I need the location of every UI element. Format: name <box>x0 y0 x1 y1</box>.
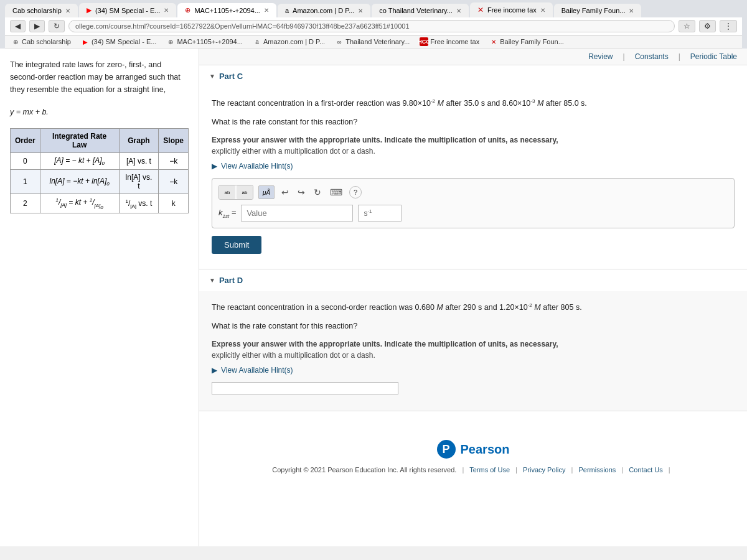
slope-1: −k <box>159 170 189 194</box>
part-d-sub-question: What is the rate constant for this react… <box>212 320 735 332</box>
intro-text: The integrated rate laws for zero-, firs… <box>10 58 189 96</box>
col-header-law: Integrated Rate Law <box>40 129 119 153</box>
tab-mac[interactable]: ⊕ MAC+1105+-+2094... ✕ <box>177 3 276 17</box>
bookmark-amazon[interactable]: a Amazon.com | D P... <box>250 37 327 47</box>
youtube-icon: ▶ <box>87 6 92 14</box>
hint-text: View Available Hint(s) <box>221 366 293 375</box>
tab-close[interactable]: ✕ <box>629 7 634 14</box>
part-c-header[interactable]: ▼ Part C <box>199 65 747 87</box>
right-panel: Review | Constants | Periodic Table ▼ Pa… <box>199 49 747 546</box>
k-input-row: k1st = s-1 <box>218 205 728 222</box>
tab-close[interactable]: ✕ <box>540 7 545 14</box>
back-button[interactable]: ◀ <box>10 20 26 32</box>
table-row: 0 [A] = − kt + [A]0 [A] vs. t −k <box>11 153 189 170</box>
browser-chrome: Cab scholarship ✕ ▶ (34) SM Special - E.… <box>0 0 747 49</box>
permissions-link[interactable]: Permissions <box>578 466 616 474</box>
contact-link[interactable]: Contact Us <box>629 466 662 474</box>
order-0: 0 <box>11 153 40 170</box>
k-value-input[interactable] <box>241 205 353 222</box>
table-row: 2 1/[A] = kt + 1/[A]0 1/[A] vs. t k <box>11 194 189 213</box>
part-c-section: ▼ Part C The reactant concentration in a… <box>199 65 747 269</box>
part-c-label: Part C <box>219 72 243 81</box>
tab-sm-special[interactable]: ▶ (34) SM Special - E... ✕ <box>79 3 177 17</box>
part-c-instruction: Express your answer with the appropriate… <box>212 134 735 157</box>
tab-close[interactable]: ✕ <box>264 7 269 14</box>
bookmark-mac[interactable]: ⊕ MAC+1105+-+2094... <box>164 37 245 47</box>
tab-close[interactable]: ✕ <box>358 7 363 14</box>
graph-0: [A] vs. t <box>119 153 159 170</box>
tab-cab-scholarship[interactable]: Cab scholarship ✕ <box>5 4 78 17</box>
privacy-link[interactable]: Privacy Policy <box>523 466 565 474</box>
bookmark-thailand[interactable]: ∞ Thailand Veterinary... <box>332 37 412 47</box>
table-row: 1 ln[A] = −kt + ln[A]0 ln[A] vs. t −k <box>11 170 189 194</box>
chevron-down-icon: ▼ <box>209 73 215 80</box>
toolbar-row: ab ab μÅ ↩ ↪ ↻ ⌨ ? <box>218 185 728 200</box>
part-d-header[interactable]: ▼ Part D <box>199 269 747 291</box>
bookmark-cab-scholarship[interactable]: ⊕ Cab scholarship <box>9 37 73 47</box>
answer-area: ab ab μÅ ↩ ↪ ↻ ⌨ ? k1st = s-1 <box>212 178 735 228</box>
bookmark-button[interactable]: ☆ <box>679 20 695 32</box>
bookmark-free-income[interactable]: HCG Free income tax <box>417 37 482 47</box>
toolbar-icon-group: ab ab <box>218 185 253 200</box>
part-d-instruction: Express your answer with the appropriate… <box>212 338 735 361</box>
undo-button[interactable]: ↩ <box>280 187 291 197</box>
tab-close[interactable]: ✕ <box>65 7 70 14</box>
forward-button[interactable]: ▶ <box>29 20 45 32</box>
tab-icon: a <box>285 7 289 14</box>
col-header-graph: Graph <box>119 129 159 153</box>
tab-close[interactable]: ✕ <box>164 7 169 14</box>
address-bar[interactable] <box>68 20 675 32</box>
extensions-button[interactable]: ⚙ <box>699 20 716 32</box>
tab-thailand[interactable]: co Thailand Veterinary... ✕ <box>372 4 469 17</box>
part-c-hint-link[interactable]: ▶ View Available Hint(s) <box>212 162 735 170</box>
graph-1: ln[A] vs. t <box>119 170 159 194</box>
part-c-content: The reactant concentration in a first-or… <box>199 87 747 269</box>
k-label: k1st = <box>218 208 236 219</box>
tab-label: MAC+1105+-+2094... <box>194 7 260 14</box>
terms-link[interactable]: Terms of Use <box>469 466 510 474</box>
graph-2: 1/[A] vs. t <box>119 194 159 213</box>
col-header-slope: Slope <box>159 129 189 153</box>
help-button[interactable]: ? <box>349 186 362 198</box>
tab-label: co Thailand Veterinary... <box>379 7 453 14</box>
slope-2: k <box>159 194 189 213</box>
integrated-rate-law-table: Order Integrated Rate Law Graph Slope 0 … <box>10 128 189 213</box>
part-c-question: The reactant concentration in a first-or… <box>212 97 735 110</box>
order-1: 1 <box>11 170 40 194</box>
tab-icon: ✕ <box>477 6 484 14</box>
law-1: ln[A] = −kt + ln[A]0 <box>40 170 119 194</box>
bookmark-sm-special[interactable]: ▶ (34) SM Special - E... <box>78 37 159 47</box>
tab-bar: Cab scholarship ✕ ▶ (34) SM Special - E.… <box>5 2 742 17</box>
law-0: [A] = − kt + [A]0 <box>40 153 119 170</box>
left-panel: The integrated rate laws for zero-, firs… <box>0 49 199 546</box>
tab-label: Cab scholarship <box>12 7 62 14</box>
k-unit-display: s-1 <box>358 205 402 222</box>
pearson-brand-name: Pearson <box>461 442 510 457</box>
constants-link[interactable]: Constants <box>635 52 669 61</box>
redo-button[interactable]: ↪ <box>296 187 307 197</box>
submit-button[interactable]: Submit <box>212 236 261 254</box>
periodic-table-link[interactable]: Periodic Table <box>690 52 737 61</box>
col-header-order: Order <box>11 129 40 153</box>
part-d-hint-link[interactable]: ▶ View Available Hint(s) <box>212 366 735 375</box>
tab-label: Amazon.com | D P... <box>293 7 354 14</box>
youtube-bookmark-icon: ▶ <box>81 37 90 46</box>
slope-0: −k <box>159 153 189 170</box>
tab-amazon[interactable]: a Amazon.com | D P... ✕ <box>278 4 370 17</box>
tab-close[interactable]: ✕ <box>456 7 461 14</box>
review-link[interactable]: Review <box>588 52 613 61</box>
law-2: 1/[A] = kt + 1/[A]0 <box>40 194 119 213</box>
part-d-label: Part D <box>219 276 243 285</box>
refresh-button[interactable]: ↻ <box>49 20 65 32</box>
subscript-button[interactable]: ab <box>237 185 253 199</box>
footer-links: Copyright © 2021 Pearson Education Inc. … <box>212 466 735 474</box>
superscript-button[interactable]: ab <box>219 185 235 199</box>
tab-free-income[interactable]: ✕ Free income tax ✕ <box>470 2 553 17</box>
keyboard-button[interactable]: ⌨ <box>328 187 344 197</box>
tab-bailey[interactable]: Bailey Family Foun... ✕ <box>554 4 642 17</box>
bookmark-bailey[interactable]: ✕ Bailey Family Foun... <box>487 37 566 47</box>
mu-button[interactable]: μÅ <box>258 185 275 199</box>
menu-button[interactable]: ⋮ <box>720 20 737 32</box>
equation-text: y = mx + b. <box>10 106 189 118</box>
refresh-action-button[interactable]: ↻ <box>312 187 323 197</box>
